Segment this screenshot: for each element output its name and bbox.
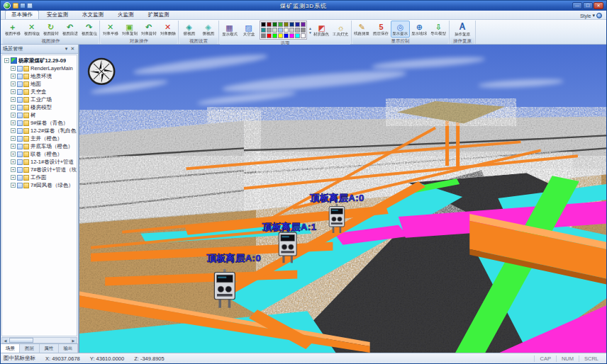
title-bar[interactable]: 煤矿监测3D系统 — ☐ ✕ <box>1 1 606 11</box>
ribbon-button[interactable]: ✕ 对象删除 <box>158 21 177 38</box>
tree-item[interactable]: 工业广场 <box>4 96 77 103</box>
visibility-icon[interactable] <box>17 128 23 134</box>
palette-color-swatch[interactable] <box>261 33 266 38</box>
tree-item[interactable]: 联巷（橙色） <box>4 150 77 158</box>
visibility-icon[interactable] <box>17 175 23 181</box>
visibility-icon[interactable] <box>17 74 23 79</box>
palette-color-swatch[interactable] <box>278 33 283 38</box>
panel-close-icon[interactable]: ✕ <box>69 46 76 52</box>
scroll-right-icon[interactable]: ▶ <box>70 338 77 343</box>
palette-color-swatch[interactable] <box>284 28 289 33</box>
tree-item[interactable]: 楼房模型 <box>4 103 77 111</box>
palette-color-swatch[interactable] <box>272 33 277 38</box>
ribbon-button[interactable]: ⊕ 显示地球 <box>410 21 429 38</box>
tree-item[interactable]: 12-2#煤巷（乳白色） <box>4 127 77 135</box>
ribbon-button[interactable]: ▨ 天空盒 <box>239 21 258 40</box>
palette-color-swatch[interactable] <box>295 22 300 27</box>
tab-safety-monitoring[interactable]: 安全监测 <box>40 10 74 19</box>
expand-icon[interactable] <box>11 105 16 110</box>
palette-color-swatch[interactable] <box>267 22 272 27</box>
maximize-button[interactable]: ☐ <box>583 2 593 9</box>
visibility-icon[interactable] <box>17 136 23 142</box>
ribbon-button[interactable]: ＋ 视图平移 <box>3 21 22 38</box>
tab-extended-monitoring[interactable]: 扩展监测 <box>142 10 176 19</box>
palette-color-swatch[interactable] <box>301 28 306 33</box>
palette-color-swatch[interactable] <box>301 33 306 38</box>
expand-icon[interactable] <box>11 136 16 141</box>
panel-tab-layers[interactable]: 图层 <box>20 344 39 353</box>
tree-item[interactable]: 7#回风巷（绿色） <box>4 181 77 189</box>
expand-icon[interactable] <box>11 175 16 180</box>
tree-item[interactable]: 树 <box>4 111 77 119</box>
ribbon-button[interactable]: ◈ 侧视图 <box>199 21 218 38</box>
ribbon-button[interactable]: ☼ 工具灯光 <box>331 21 350 40</box>
tree-item[interactable]: 井底车场（橙色） <box>4 142 77 150</box>
visibility-icon[interactable] <box>17 152 23 157</box>
scroll-left-icon[interactable]: ◀ <box>2 338 9 343</box>
expand-icon[interactable] <box>11 74 16 79</box>
ribbon-button[interactable]: ▦ 显示模式 <box>220 21 239 40</box>
expand-icon[interactable] <box>11 128 16 133</box>
visibility-icon[interactable] <box>17 120 23 126</box>
ribbon-button[interactable]: ⇩ 导出模型 <box>429 21 448 38</box>
palette-color-swatch[interactable] <box>289 33 294 38</box>
expand-icon[interactable] <box>11 89 16 94</box>
visibility-icon[interactable] <box>17 159 23 165</box>
3d-viewport[interactable]: 顶板离层A:0 顶板离层A:1 顶板离层A:0 <box>79 45 606 353</box>
scrollbar-thumb[interactable] <box>9 338 33 343</box>
ribbon-button[interactable]: ✕ 视图缩放 <box>22 21 41 38</box>
ribbon-button[interactable]: 5 图层保存 <box>372 21 391 38</box>
visibility-icon[interactable] <box>17 66 23 72</box>
tree-item[interactable]: 12-1#巷设计+管道（） <box>4 158 77 166</box>
tree-root-item[interactable]: 杨家梁煤矿12.29-09 <box>4 57 77 64</box>
tree-item[interactable]: 9#煤巷（青色） <box>4 119 77 127</box>
help-icon[interactable] <box>596 13 602 18</box>
ribbon-button[interactable]: ▣ 对象复制 <box>120 21 139 38</box>
expand-icon[interactable] <box>11 66 16 71</box>
ribbon-button[interactable]: ◩ 材质颜色 <box>312 21 331 40</box>
palette-color-swatch[interactable] <box>289 28 294 33</box>
visibility-icon[interactable] <box>17 113 23 118</box>
minimize-button[interactable]: — <box>572 2 582 9</box>
style-selector[interactable]: Style ▾ <box>580 13 602 19</box>
palette-color-swatch[interactable] <box>272 22 277 27</box>
ribbon-button[interactable]: ✎ 线路测量 <box>352 21 372 38</box>
expand-icon[interactable] <box>11 159 16 164</box>
ribbon-button[interactable]: ◎ 显示提示 <box>391 21 410 38</box>
close-button[interactable]: ✕ <box>594 2 603 9</box>
expand-icon[interactable] <box>11 152 16 157</box>
palette-color-swatch[interactable] <box>272 28 277 33</box>
tree-item[interactable]: 地质环境 <box>4 72 77 80</box>
ribbon-button[interactable]: Ａ 操作复原 <box>450 21 474 38</box>
tree-hscrollbar[interactable]: ◀ ▶ <box>1 337 77 343</box>
ribbon-button[interactable]: ↷ 视图复位 <box>79 21 99 38</box>
expand-icon[interactable] <box>11 120 16 125</box>
ribbon-button[interactable]: ↶ 对象旋转 <box>139 21 158 38</box>
tab-hydro-monitoring[interactable]: 水文监测 <box>76 10 110 19</box>
palette-color-swatch[interactable] <box>301 22 306 27</box>
palette-color-swatch[interactable] <box>284 33 289 38</box>
panel-tab-properties[interactable]: 属性 <box>40 344 59 353</box>
tab-fire-monitoring[interactable]: 火监测 <box>111 10 140 19</box>
palette-color-swatch[interactable] <box>295 28 300 33</box>
expand-icon[interactable] <box>11 144 16 149</box>
visibility-icon[interactable] <box>17 144 23 149</box>
palette-color-swatch[interactable] <box>278 22 283 27</box>
expand-icon[interactable] <box>11 183 16 188</box>
panel-tab-output[interactable]: 输出 <box>59 344 78 353</box>
ribbon-button[interactable]: ↶ 视图前进 <box>60 21 79 38</box>
expand-icon[interactable] <box>11 97 16 102</box>
expand-icon[interactable] <box>11 167 16 172</box>
tree-item[interactable]: RenderLayerMain <box>4 64 77 72</box>
tree-item[interactable]: 天空盒 <box>4 88 77 96</box>
palette-color-swatch[interactable] <box>261 28 266 33</box>
panel-tab-scene[interactable]: 场景 <box>1 344 20 353</box>
palette-color-swatch[interactable] <box>267 28 272 33</box>
tab-basic-operations[interactable]: 基本操作 <box>5 10 39 19</box>
tree-item[interactable]: 工作面 <box>4 174 77 181</box>
palette-color-swatch[interactable] <box>278 28 283 33</box>
visibility-icon[interactable] <box>17 183 23 188</box>
expand-icon[interactable] <box>11 113 16 118</box>
pin-icon[interactable]: ▾ <box>63 46 69 52</box>
palette-color-swatch[interactable] <box>295 33 300 38</box>
